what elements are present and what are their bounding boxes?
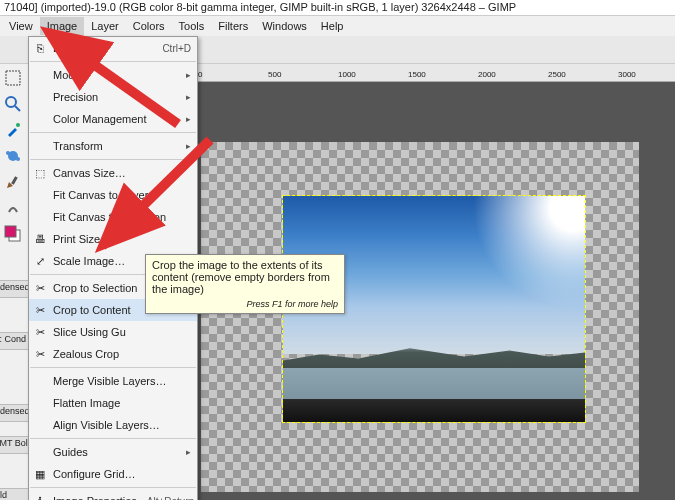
menu-item-flatten[interactable]: Flatten Image bbox=[29, 392, 197, 414]
crop-content-icon: ✂ bbox=[33, 303, 47, 317]
grid-icon: ▦ bbox=[33, 467, 47, 481]
annotation-arrow-2 bbox=[90, 130, 220, 262]
tool-zoom[interactable] bbox=[3, 94, 23, 114]
window-title: 71040] (imported)-19.0 (RGB color 8-bit … bbox=[0, 0, 675, 16]
tooltip-help-hint: Press F1 for more help bbox=[152, 299, 338, 309]
svg-rect-7 bbox=[11, 176, 18, 184]
tool-fuzzy-select[interactable] bbox=[3, 146, 23, 166]
print-size-icon: 🖶 bbox=[33, 232, 47, 246]
annotation-arrow-1 bbox=[38, 24, 188, 136]
crop-icon: ✂ bbox=[33, 281, 47, 295]
canvas-size-icon: ⬚ bbox=[33, 166, 47, 180]
svg-point-5 bbox=[6, 151, 10, 155]
menu-windows[interactable]: Windows bbox=[255, 17, 314, 35]
menu-item-zealous-crop[interactable]: ✂Zealous Crop bbox=[29, 343, 197, 365]
menu-filters[interactable]: Filters bbox=[211, 17, 255, 35]
svg-line-2 bbox=[15, 106, 20, 111]
menu-item-guides[interactable]: Guides bbox=[29, 441, 197, 463]
zealous-icon: ✂ bbox=[33, 347, 47, 361]
tool-paintbrush[interactable] bbox=[3, 172, 23, 192]
tool-rect-select[interactable] bbox=[3, 68, 23, 88]
tooltip-crop-content: Crop the image to the extents of its con… bbox=[145, 254, 345, 314]
svg-point-1 bbox=[6, 97, 16, 107]
menu-item-align-layers[interactable]: Align Visible Layers… bbox=[29, 414, 197, 436]
menu-item-merge-visible[interactable]: Merge Visible Layers… bbox=[29, 370, 197, 392]
scale-icon: ⤢ bbox=[33, 254, 47, 268]
menu-item-configure-grid[interactable]: ▦Configure Grid… bbox=[29, 463, 197, 485]
svg-line-11 bbox=[102, 140, 210, 246]
svg-line-10 bbox=[48, 32, 178, 124]
photo-road bbox=[283, 399, 585, 422]
slice-icon: ✂ bbox=[33, 325, 47, 339]
tool-fg-bg-colors[interactable] bbox=[3, 224, 23, 244]
tool-color-picker[interactable] bbox=[3, 120, 23, 140]
svg-point-3 bbox=[16, 123, 20, 127]
svg-rect-9 bbox=[5, 226, 16, 237]
menu-help[interactable]: Help bbox=[314, 17, 351, 35]
menu-item-image-properties[interactable]: ℹImage PropertiesAlt+Return bbox=[29, 490, 197, 500]
svg-point-6 bbox=[16, 157, 20, 161]
info-icon: ℹ bbox=[33, 494, 47, 500]
menu-view[interactable]: View bbox=[2, 17, 40, 35]
photo-sunflare bbox=[465, 196, 585, 316]
tool-smudge[interactable] bbox=[3, 198, 23, 218]
dock-fragments: ndensed s: Cond ndensed i MT Bold, old bbox=[0, 280, 28, 500]
menu-item-slice-guides[interactable]: ✂Slice Using Gu bbox=[29, 321, 197, 343]
svg-rect-0 bbox=[6, 71, 20, 85]
tooltip-text: Crop the image to the extents of its con… bbox=[152, 259, 338, 295]
